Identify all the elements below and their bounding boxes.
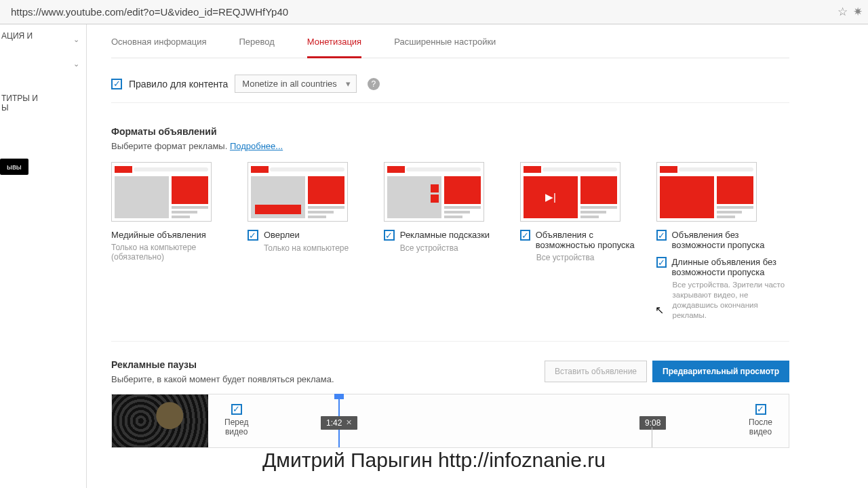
format-checkbox[interactable]: ✓ — [656, 230, 667, 241]
timeline-track[interactable]: ✓ Перед видео 1:42 ✕ 9:08 ✓ После видео — [208, 394, 789, 447]
sidebar-item-label: ТИТРЫ И Ы — [1, 94, 38, 113]
ad-marker-time: 9:08 — [645, 418, 660, 428]
help-icon[interactable]: ? — [368, 78, 380, 90]
format-sub: Все устройства — [536, 253, 637, 262]
sidebar-item[interactable]: ⌄ — [0, 53, 86, 61]
format-checkbox[interactable]: ✓ — [520, 230, 530, 241]
sidebar-item-label: АЦИЯ И — [1, 31, 33, 41]
url-input[interactable] — [5, 3, 832, 20]
tab-translation[interactable]: Перевод — [239, 37, 275, 58]
format-display-ads: Медийные объявления Только на компьютере… — [111, 162, 229, 321]
close-icon[interactable]: ✕ — [346, 418, 352, 427]
tabs: Основная информация Перевод Монетизация … — [111, 24, 789, 58]
format-preview — [248, 162, 348, 222]
policy-label: Правило для контента — [129, 79, 228, 89]
reviews-button[interactable]: ывы — [0, 159, 28, 175]
format-preview — [384, 162, 484, 222]
format-title: Длинные объявления без возможности пропу… — [672, 257, 789, 277]
ad-marker-time: 1:42 — [326, 418, 342, 428]
format-checkbox[interactable]: ✓ — [656, 257, 667, 268]
format-sponsored-cards: ✓ Рекламные подсказки Все устройства — [384, 162, 501, 321]
learn-more-link[interactable]: Подробнее... — [230, 141, 283, 151]
timeline[interactable]: ✓ Перед видео 1:42 ✕ 9:08 ✓ После видео — [111, 394, 789, 448]
ad-formats-sub: Выберите формат рекламы. Подробнее... — [111, 141, 868, 151]
format-sub: Все устройства — [400, 243, 501, 253]
ad-marker[interactable]: 9:08 — [639, 416, 666, 430]
ad-formats-row: Медийные объявления Только на компьютере… — [111, 162, 789, 321]
ad-marker[interactable]: 1:42 ✕ — [321, 416, 357, 430]
star-icon[interactable]: ☆ — [837, 5, 848, 19]
marker-line — [652, 427, 652, 447]
format-checkbox[interactable]: ✓ — [384, 230, 395, 241]
ad-breaks-sub: Выберите, в какой момент будет появлятьс… — [111, 374, 334, 384]
video-thumbnail — [112, 394, 208, 447]
left-sidebar: АЦИЯ И ⌄ ⌄ ТИТРЫ И Ы ывы — [0, 24, 87, 488]
format-checkbox[interactable]: ✓ — [248, 230, 258, 241]
format-title: Медийные объявления — [111, 230, 206, 240]
chevron-down-icon: ⌄ — [73, 60, 79, 68]
format-sub: Все устройства. Зрители часто закрывают … — [673, 280, 789, 321]
preview-button[interactable]: Предварительный просмотр — [652, 361, 789, 382]
insert-ad-button[interactable]: Вставить объявление — [545, 361, 647, 382]
tab-basic-info[interactable]: Основная информация — [111, 37, 207, 58]
chevron-down-icon: ⌄ — [73, 35, 79, 44]
format-preview — [656, 162, 757, 222]
format-title: Оверлеи — [264, 230, 300, 240]
post-roll-label: После видео — [749, 418, 772, 436]
format-skippable: ▶| ✓ Объявления с возможностью пропуска … — [520, 162, 637, 321]
post-roll-checkbox[interactable]: ✓ — [755, 404, 766, 415]
format-overlay: ✓ Оверлеи Только на компьютере — [248, 162, 365, 321]
ad-formats-heading: Форматы объявлений — [111, 126, 868, 137]
extension-icon[interactable]: ✷ — [853, 5, 863, 19]
tab-advanced[interactable]: Расширенные настройки — [394, 37, 496, 58]
watermark-text: Дмитрий Парыгин http://infoznanie.ru — [0, 449, 868, 472]
format-nonskippable: ✓ Объявления без возможности пропуска ✓ … — [656, 162, 789, 321]
format-title: Рекламные подсказки — [400, 230, 490, 240]
format-preview — [111, 162, 212, 222]
ad-breaks-heading: Рекламные паузы — [111, 359, 334, 370]
format-preview: ▶| — [520, 162, 620, 222]
format-sub: Только на компьютере — [264, 243, 365, 253]
ad-formats-sub-text: Выберите формат рекламы. — [111, 141, 230, 151]
policy-dropdown[interactable]: Monetize in all countries — [235, 75, 356, 93]
pre-roll-label: Перед видео — [224, 418, 248, 436]
sidebar-item[interactable]: АЦИЯ И ⌄ — [0, 28, 86, 46]
format-sub: Только на компьютере (обязательно) — [111, 243, 229, 262]
format-title: Объявления без возможности пропуска — [672, 230, 789, 250]
policy-checkbox[interactable]: ✓ — [111, 79, 122, 89]
youtube-logo-icon — [524, 166, 541, 173]
pre-roll-marker[interactable]: ✓ Перед видео — [224, 404, 248, 436]
skip-icon: ▶| — [524, 176, 578, 218]
main-panel: Основная информация Перевод Монетизация … — [87, 24, 868, 488]
format-title: Объявления с возможностью пропуска — [536, 230, 637, 250]
sidebar-item[interactable]: ТИТРЫ И Ы — [0, 91, 86, 118]
content-policy-row: ✓ Правило для контента Monetize in all c… — [111, 58, 789, 103]
ad-breaks-section: Рекламные паузы Выберите, в какой момент… — [111, 341, 789, 448]
youtube-logo-icon — [660, 166, 677, 173]
youtube-logo-icon — [387, 166, 405, 173]
youtube-logo-icon — [115, 166, 132, 173]
pre-roll-checkbox[interactable]: ✓ — [231, 404, 242, 415]
youtube-logo-icon — [251, 166, 269, 173]
post-roll-marker[interactable]: ✓ После видео — [749, 404, 772, 436]
address-bar: ☆ ✷ — [0, 0, 868, 24]
tab-monetization[interactable]: Монетизация — [307, 37, 361, 58]
